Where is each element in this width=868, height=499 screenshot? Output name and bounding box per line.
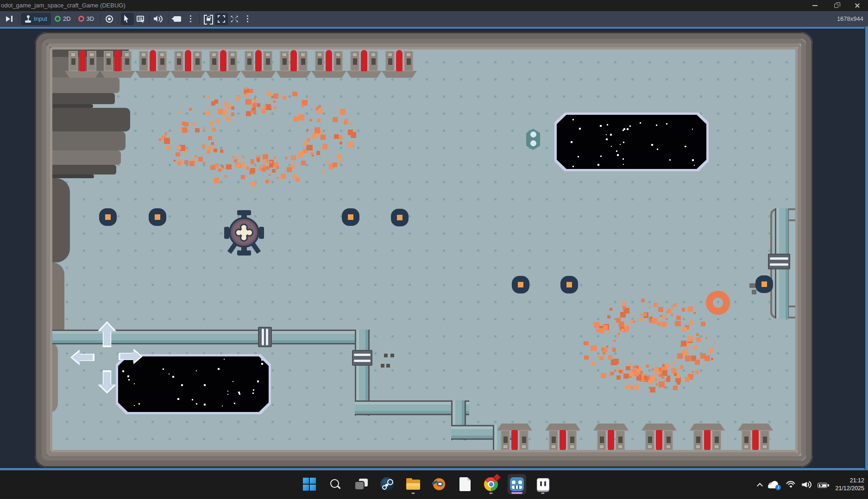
star — [600, 156, 602, 157]
explosion-particle — [682, 308, 685, 311]
explosion-particle — [159, 138, 162, 141]
mine — [755, 275, 773, 293]
explosion-particle — [649, 306, 651, 308]
running-indicator — [541, 493, 545, 494]
explosion-particle — [321, 132, 323, 134]
explosion-particle — [658, 307, 664, 312]
start-button[interactable] — [300, 474, 319, 494]
blender-button[interactable] — [430, 474, 448, 494]
missile-rack — [692, 424, 723, 451]
search-button[interactable] — [326, 474, 345, 494]
explosion-particle — [337, 154, 341, 159]
embed-lock-button[interactable] — [202, 13, 215, 25]
wifi-icon[interactable] — [786, 481, 796, 489]
pipe-coupling — [352, 350, 372, 366]
embed-options-button[interactable] — [241, 13, 254, 25]
pipe-coupling — [258, 327, 272, 347]
missile-rack — [102, 50, 133, 78]
mute-audio-button[interactable] — [152, 13, 166, 25]
blender-icon — [432, 477, 446, 491]
explosion-particle — [612, 348, 616, 352]
camera-override-button[interactable] — [171, 13, 184, 25]
explosion-particle — [674, 373, 677, 376]
explosion-particle — [254, 98, 256, 100]
volume-icon[interactable] — [802, 481, 811, 488]
game-window-button[interactable] — [534, 474, 552, 494]
explosion-particle — [272, 169, 276, 173]
maximize-button[interactable] — [825, 0, 847, 11]
game-toolbar: Input 2D 3D ↖↗↙↘ 1678x944 — [0, 11, 868, 26]
taskbar-icons — [300, 474, 552, 494]
explosion-particle — [633, 321, 635, 323]
missile-rack — [499, 424, 530, 451]
explosion-particle — [245, 99, 252, 105]
vent-bar-layer — [35, 77, 120, 93]
mine — [99, 208, 117, 226]
vent-pad — [378, 362, 392, 370]
explosion-particle — [671, 368, 674, 371]
explosion-particle — [634, 365, 635, 367]
select-list-button[interactable] — [134, 13, 147, 25]
explosion-particle — [220, 150, 223, 153]
explosion-particle — [225, 175, 227, 177]
3d-mode-button[interactable]: 3D — [75, 13, 98, 25]
close-button[interactable] — [847, 0, 868, 11]
explosion-particle — [277, 177, 279, 179]
explosion-particle — [626, 366, 630, 370]
explosion-particle — [644, 376, 648, 380]
next-frame-button[interactable] — [3, 13, 16, 25]
input-mode-button[interactable]: Input — [21, 13, 51, 25]
star — [238, 392, 240, 393]
battery-icon[interactable] — [818, 483, 827, 488]
godot-button[interactable] — [508, 474, 526, 494]
star — [657, 149, 658, 150]
star — [572, 166, 574, 167]
3d-mode-label: 3D — [87, 15, 94, 22]
2d-mode-button[interactable]: 2D — [51, 13, 75, 25]
explosion-particle — [179, 127, 182, 130]
explosion-particle — [339, 162, 341, 164]
clock-time: 21:12 — [835, 477, 864, 485]
viewport-border-bottom — [0, 468, 868, 470]
next-frame-icon — [6, 16, 13, 22]
explosion-particle — [671, 307, 674, 310]
task-view-button[interactable] — [352, 474, 371, 494]
explosion-particle — [687, 336, 692, 342]
fullscreen-button[interactable]: ↖↗↙↘ — [228, 13, 241, 25]
list-select-icon — [137, 16, 144, 22]
taskbar-clock[interactable]: 21:12 21/12/2025 — [835, 477, 864, 493]
explosion-particle — [195, 155, 197, 158]
star — [172, 376, 174, 378]
minimize-button[interactable] — [804, 0, 825, 11]
explosion-particle — [342, 159, 343, 161]
chrome-button[interactable] — [482, 474, 500, 494]
star — [163, 368, 164, 370]
document-app-button[interactable] — [456, 474, 474, 494]
steam-button[interactable] — [378, 474, 396, 494]
explosion-particle — [287, 167, 292, 172]
star — [651, 144, 653, 146]
keep-aspect-button[interactable] — [215, 13, 228, 25]
vent-bar-layer — [35, 165, 116, 175]
game-viewport[interactable] — [0, 26, 868, 470]
suspend-button[interactable] — [103, 13, 116, 25]
explosion-particle — [650, 387, 655, 393]
toolbar-separator — [118, 14, 119, 24]
explosion-particle — [221, 165, 224, 168]
explosion-particle — [269, 174, 270, 176]
explosion-particle — [318, 109, 323, 114]
file-explorer-button[interactable] — [404, 474, 422, 494]
star — [578, 156, 579, 157]
select-tool-button[interactable] — [121, 13, 134, 25]
explosion-particle — [283, 96, 286, 100]
explosion-particle — [223, 110, 227, 115]
chrome-icon — [484, 477, 498, 491]
tray-chevron-icon[interactable] — [757, 483, 763, 489]
engine-pill-layer — [35, 178, 70, 262]
toolbar-separator — [18, 14, 19, 24]
camera-options-button[interactable] — [184, 13, 197, 25]
windows-start-icon — [303, 478, 316, 491]
document-icon — [459, 477, 471, 491]
onedrive-cloud-icon[interactable]: i — [768, 480, 780, 489]
star — [607, 124, 608, 125]
